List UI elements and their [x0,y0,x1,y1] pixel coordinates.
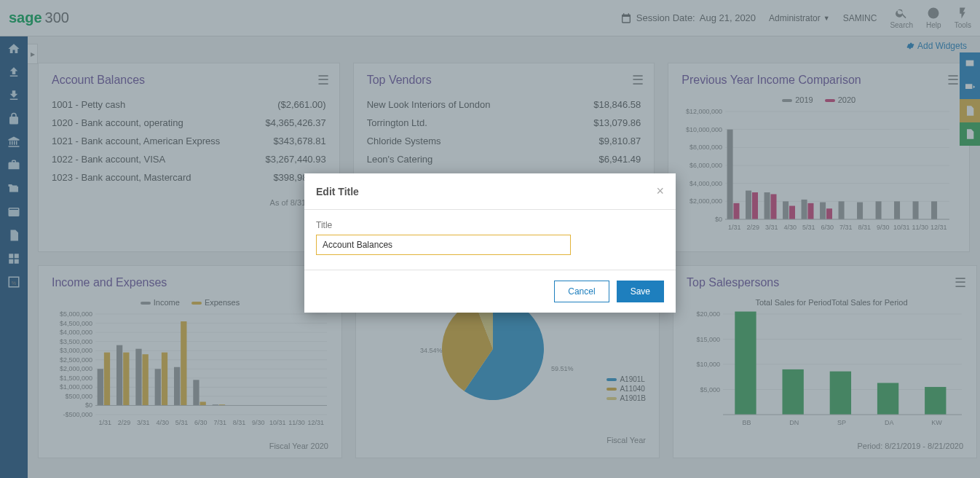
title-input[interactable] [316,235,571,255]
cancel-button[interactable]: Cancel [554,281,609,302]
dialog-title: Edit Title [316,186,359,197]
save-button[interactable]: Save [617,281,664,302]
close-icon: × [656,184,664,198]
title-field-label: Title [316,220,664,230]
close-button[interactable]: × [656,184,664,199]
edit-title-dialog: Edit Title × Title Cancel Save [304,173,676,313]
